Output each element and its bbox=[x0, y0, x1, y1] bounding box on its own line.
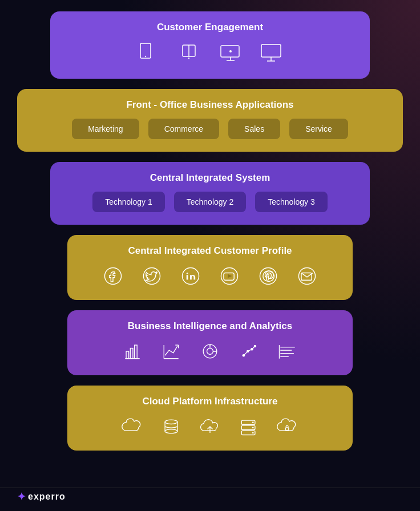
experro-logo: ✦ experro bbox=[17, 490, 66, 503]
customer-engagement-title: Customer Engagement bbox=[157, 22, 263, 33]
svg-rect-26 bbox=[135, 345, 138, 359]
central-profile-title: Central Integrated Customer Profile bbox=[128, 245, 292, 257]
customer-engagement-card: Customer Engagement bbox=[50, 11, 370, 79]
youtube-icon bbox=[218, 265, 241, 287]
svg-point-55 bbox=[252, 427, 254, 428]
svg-point-56 bbox=[252, 432, 254, 434]
logo-icon: ✦ bbox=[17, 490, 26, 503]
logo-text: experro bbox=[28, 492, 66, 502]
pie-chart-icon: ↺ bbox=[199, 340, 221, 363]
cloud-platform-title: Cloud Platform Infrastructure bbox=[142, 396, 277, 407]
desktop-icon bbox=[259, 41, 284, 66]
svg-rect-24 bbox=[126, 351, 129, 359]
svg-rect-15 bbox=[187, 275, 188, 279]
bi-icons-row: ↺ bbox=[121, 340, 299, 363]
technology-pills: Technology 1 Technology 2 Technology 3 bbox=[92, 192, 328, 212]
svg-rect-57 bbox=[285, 428, 288, 431]
svg-point-46 bbox=[165, 420, 177, 424]
server-icon bbox=[237, 415, 260, 438]
technology3-pill: Technology 3 bbox=[255, 192, 328, 212]
tablet-icon bbox=[136, 41, 161, 66]
front-office-card: Front - Office Business Applications Mar… bbox=[17, 89, 403, 152]
central-integrated-system-title: Central Integrated System bbox=[150, 172, 270, 184]
social-icons-row bbox=[102, 265, 318, 287]
sales-pill: Sales bbox=[228, 119, 280, 139]
cloud-upload-icon bbox=[199, 415, 221, 438]
technology1-pill: Technology 1 bbox=[92, 192, 165, 212]
svg-rect-25 bbox=[130, 348, 133, 359]
cloud-icons-row bbox=[121, 415, 299, 438]
email-icon bbox=[296, 265, 318, 287]
linkedin-icon bbox=[179, 265, 202, 287]
pinterest-icon bbox=[257, 265, 280, 287]
svg-rect-9 bbox=[261, 44, 281, 57]
device-icons-row bbox=[136, 41, 284, 66]
facebook-icon bbox=[102, 265, 124, 287]
svg-point-1 bbox=[145, 56, 146, 57]
business-intelligence-card: Business Intelligence and Analytics bbox=[67, 310, 353, 375]
front-office-pills: Marketing Commerce Sales Service bbox=[72, 119, 348, 139]
cloud-icon bbox=[121, 415, 144, 438]
small-tablet-icon bbox=[177, 41, 202, 66]
svg-point-49 bbox=[165, 429, 177, 433]
svg-text:↺: ↺ bbox=[209, 343, 211, 347]
svg-marker-19 bbox=[228, 274, 232, 278]
svg-point-8 bbox=[229, 50, 232, 52]
technology2-pill: Technology 2 bbox=[174, 192, 247, 212]
central-profile-card: Central Integrated Customer Profile bbox=[67, 235, 353, 300]
svg-point-32 bbox=[207, 348, 213, 355]
monitor-tablet-icon bbox=[218, 41, 243, 66]
line-chart-icon bbox=[160, 340, 183, 363]
database-icon bbox=[160, 415, 183, 438]
twitter-icon bbox=[140, 265, 163, 287]
commerce-pill: Commerce bbox=[148, 119, 219, 139]
svg-point-54 bbox=[252, 421, 254, 423]
bar-list-icon bbox=[276, 340, 299, 363]
business-intelligence-title: Business Intelligence and Analytics bbox=[128, 321, 292, 332]
cloud-platform-card: Cloud Platform Infrastructure bbox=[67, 386, 353, 451]
bar-chart-icon bbox=[121, 340, 144, 363]
svg-line-38 bbox=[244, 351, 248, 355]
front-office-title: Front - Office Business Applications bbox=[126, 99, 293, 111]
svg-point-16 bbox=[187, 273, 188, 274]
service-pill: Service bbox=[289, 119, 348, 139]
footer-divider bbox=[0, 488, 420, 488]
marketing-pill: Marketing bbox=[72, 119, 139, 139]
central-integrated-system-card: Central Integrated System Technology 1 T… bbox=[50, 162, 370, 225]
svg-line-40 bbox=[252, 346, 255, 349]
svg-point-4 bbox=[188, 58, 189, 59]
scatter-icon bbox=[237, 340, 260, 363]
cloud-lock-icon bbox=[276, 415, 299, 438]
footer: ✦ experro bbox=[17, 490, 66, 503]
